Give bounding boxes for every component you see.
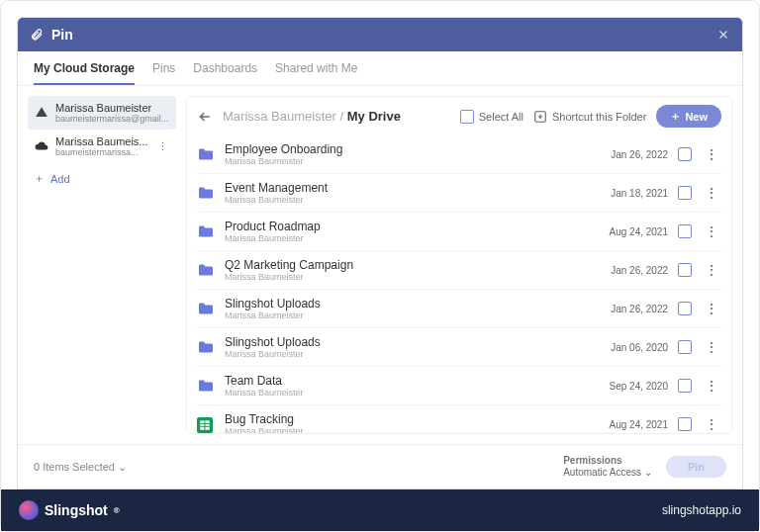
- footer-url: slingshotapp.io: [662, 503, 741, 517]
- checkbox-icon: [460, 110, 474, 124]
- file-owner: Marissa Baumeister: [225, 388, 589, 398]
- more-icon[interactable]: ⋮: [702, 224, 721, 238]
- select-all-button[interactable]: Select All: [460, 110, 523, 124]
- sidebar-account[interactable]: Marissa Baumeister baumeistermarissa@gma…: [28, 96, 176, 130]
- items-selected[interactable]: 0 Items Selected ⌄: [34, 461, 127, 474]
- toolbar: Marissa Baumeister / My Drive Select All…: [187, 97, 731, 135]
- modal-title: Pin: [51, 27, 716, 43]
- plus-icon: ＋: [670, 109, 681, 124]
- file-date: Jan 18, 2021: [599, 188, 668, 199]
- file-date: Jan 26, 2022: [599, 265, 668, 276]
- file-owner: Marissa Baumeister: [225, 426, 589, 433]
- permissions-dropdown[interactable]: Permissions Automatic Access ⌄: [563, 455, 652, 479]
- plus-icon: ＋: [34, 171, 45, 186]
- file-owner: Marissa Baumeister: [225, 349, 589, 359]
- file-owner: Marissa Baumeister: [225, 272, 589, 282]
- file-title: Q2 Marketing Campaign: [225, 258, 589, 272]
- new-button[interactable]: ＋ New: [656, 105, 721, 128]
- file-date: Aug 24, 2021: [599, 226, 668, 237]
- modal-header: Pin: [18, 18, 742, 51]
- close-icon[interactable]: [716, 28, 730, 42]
- folder-icon: [197, 263, 215, 277]
- bottom-bar: 0 Items Selected ⌄ Permissions Automatic…: [18, 444, 742, 488]
- folder-icon: [197, 340, 215, 354]
- file-checkbox[interactable]: [678, 186, 692, 200]
- file-checkbox[interactable]: [678, 340, 692, 354]
- sidebar: Marissa Baumeister baumeistermarissa@gma…: [28, 96, 176, 434]
- tab-dashboards[interactable]: Dashboards: [193, 61, 257, 85]
- more-icon[interactable]: ⋮: [702, 379, 721, 393]
- sidebar-account[interactable]: Marissa Baumeis... baumeistermarissa... …: [28, 130, 176, 163]
- file-date: Jan 26, 2022: [599, 304, 668, 314]
- account-email: baumeistermarissa...: [55, 147, 149, 157]
- more-icon[interactable]: ⋮: [702, 302, 721, 315]
- more-icon[interactable]: ⋮: [702, 340, 721, 354]
- file-checkbox[interactable]: [678, 147, 692, 161]
- logo-icon: [19, 500, 39, 520]
- folder-icon: [197, 379, 215, 393]
- tab-shared-with-me[interactable]: Shared with Me: [275, 61, 357, 85]
- file-title: Event Management: [225, 181, 589, 195]
- file-date: Aug 24, 2021: [599, 419, 668, 430]
- tab-pins[interactable]: Pins: [152, 61, 175, 85]
- sheet-icon: [197, 417, 215, 431]
- shortcut-icon: [533, 110, 547, 124]
- breadcrumb-current: My Drive: [347, 109, 401, 124]
- file-title: Bug Tracking: [225, 412, 589, 426]
- file-title: Slingshot Uploads: [225, 335, 589, 349]
- paperclip-icon: [30, 28, 44, 42]
- back-icon[interactable]: [197, 109, 213, 125]
- file-owner: Marissa Baumeister: [225, 195, 589, 205]
- file-owner: Marissa Baumeister: [225, 156, 589, 166]
- shortcut-folder-button[interactable]: Shortcut this Folder: [533, 110, 646, 124]
- more-icon[interactable]: ⋮: [702, 263, 721, 277]
- file-owner: Marissa Baumeister: [225, 233, 589, 243]
- brand-logo: Slingshot®: [19, 500, 120, 520]
- chevron-down-icon: ⌄: [644, 467, 652, 478]
- folder-icon: [197, 186, 215, 200]
- file-title: Team Data: [225, 374, 589, 388]
- file-checkbox[interactable]: [678, 417, 692, 431]
- tabs: My Cloud Storage Pins Dashboards Shared …: [18, 51, 742, 86]
- file-title: Employee Onboarding: [225, 142, 589, 156]
- chevron-down-icon: ⌄: [118, 461, 127, 473]
- breadcrumb-parent[interactable]: Marissa Baumeister: [223, 109, 336, 124]
- file-row[interactable]: Product RoadmapMarissa BaumeisterAug 24,…: [197, 213, 721, 251]
- more-icon[interactable]: ⋮: [702, 186, 721, 200]
- more-icon[interactable]: ⋮: [155, 140, 170, 153]
- gdrive-icon: [34, 105, 49, 121]
- file-row[interactable]: Q2 Marketing CampaignMarissa BaumeisterJ…: [197, 251, 721, 290]
- file-title: Product Roadmap: [225, 220, 589, 233]
- folder-icon: [197, 224, 215, 238]
- pin-button[interactable]: Pin: [666, 456, 726, 478]
- account-name: Marissa Baumeis...: [55, 135, 149, 147]
- file-row[interactable]: Event ManagementMarissa BaumeisterJan 18…: [197, 174, 721, 213]
- footer: Slingshot® slingshotapp.io: [1, 489, 759, 531]
- more-icon[interactable]: ⋮: [702, 417, 721, 431]
- account-name: Marissa Baumeister: [55, 102, 170, 114]
- folder-icon: [197, 147, 215, 161]
- account-email: baumeistermarissa@gmail...: [55, 114, 170, 124]
- file-row[interactable]: Bug TrackingMarissa BaumeisterAug 24, 20…: [197, 405, 721, 433]
- folder-icon: [197, 302, 215, 315]
- file-checkbox[interactable]: [678, 263, 692, 277]
- file-date: Sep 24, 2020: [599, 381, 668, 392]
- file-row[interactable]: Slingshot UploadsMarissa BaumeisterJan 2…: [197, 290, 721, 328]
- file-date: Jan 26, 2022: [599, 149, 668, 160]
- add-account-button[interactable]: ＋ Add: [28, 163, 176, 194]
- file-checkbox[interactable]: [678, 302, 692, 315]
- file-title: Slingshot Uploads: [225, 297, 589, 310]
- onedrive-icon: [34, 138, 49, 154]
- file-date: Jan 06, 2020: [599, 342, 668, 353]
- file-checkbox[interactable]: [678, 224, 692, 238]
- file-checkbox[interactable]: [678, 379, 692, 393]
- file-row[interactable]: Employee OnboardingMarissa BaumeisterJan…: [197, 135, 721, 174]
- file-owner: Marissa Baumeister: [225, 310, 589, 320]
- breadcrumb: Marissa Baumeister / My Drive: [223, 109, 401, 124]
- file-row[interactable]: Slingshot UploadsMarissa BaumeisterJan 0…: [197, 328, 721, 367]
- tab-my-cloud-storage[interactable]: My Cloud Storage: [34, 61, 135, 85]
- add-label: Add: [50, 173, 70, 185]
- file-list: Employee OnboardingMarissa BaumeisterJan…: [187, 135, 731, 433]
- file-row[interactable]: Team DataMarissa BaumeisterSep 24, 2020⋮: [197, 367, 721, 405]
- more-icon[interactable]: ⋮: [702, 147, 721, 161]
